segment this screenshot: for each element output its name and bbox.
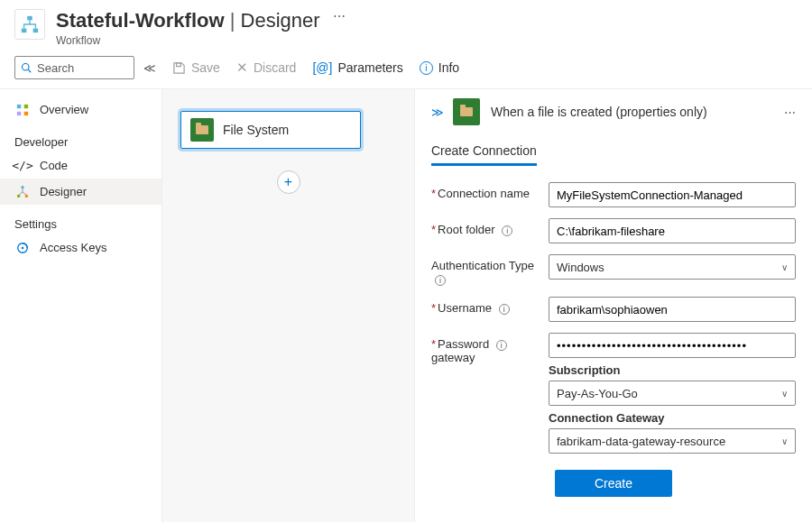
create-button[interactable]: Create [555, 470, 672, 497]
designer-canvas[interactable]: File System + [162, 89, 415, 522]
info-icon[interactable]: i [435, 275, 446, 286]
toolbar: Search ≪ Save ✕ Discard [@] Parameters i… [0, 52, 812, 89]
svg-rect-0 [27, 16, 32, 21]
parameters-button[interactable]: [@] Parameters [312, 60, 402, 75]
trigger-icon [453, 98, 480, 125]
trigger-title: When a file is created (properties only) [491, 105, 784, 119]
svg-line-4 [28, 69, 31, 72]
sidebar-heading-settings: Settings [0, 205, 161, 234]
label-connection-name: *Connection name [431, 182, 549, 200]
subscription-select[interactable]: Pay-As-You-Go∨ [549, 381, 796, 406]
search-input[interactable]: Search [14, 56, 134, 79]
discard-button[interactable]: ✕ Discard [236, 60, 296, 76]
workflow-name: Stateful-Workflow [56, 9, 225, 32]
label-password: *Password igateway [431, 333, 549, 364]
code-icon: </> [14, 159, 31, 172]
sidebar-heading-developer: Developer [0, 123, 161, 152]
panel-more-button[interactable]: ⋯ [784, 106, 796, 119]
username-input[interactable] [549, 297, 796, 322]
svg-rect-9 [24, 111, 28, 115]
label-subscription: Subscription [549, 363, 796, 377]
file-system-icon [190, 118, 214, 142]
label-username: *Username i [431, 297, 549, 315]
tab-create-connection[interactable]: Create Connection [431, 138, 537, 166]
sidebar-item-designer[interactable]: Designer [0, 179, 161, 205]
collapse-panel-button[interactable]: ≫ [431, 106, 444, 119]
sidebar-item-code[interactable]: </> Code [0, 152, 161, 179]
header-more-button[interactable]: ⋯ [333, 9, 346, 23]
info-icon[interactable]: i [496, 340, 507, 351]
info-icon[interactable]: i [502, 225, 512, 236]
overview-icon [14, 104, 31, 116]
designer-icon [14, 186, 31, 198]
svg-rect-2 [33, 29, 38, 33]
svg-rect-5 [177, 62, 181, 66]
add-step-button[interactable]: + [277, 170, 300, 194]
save-button[interactable]: Save [172, 60, 220, 75]
svg-rect-7 [24, 104, 28, 107]
sidebar-item-access-keys[interactable]: Access Keys [0, 234, 161, 261]
workflow-icon [14, 9, 45, 40]
sidebar-item-overview[interactable]: Overview [0, 96, 161, 123]
connection-panel: ≫ When a file is created (properties onl… [415, 89, 812, 522]
svg-rect-6 [17, 104, 21, 107]
info-button[interactable]: i Info [420, 60, 459, 75]
auth-type-select[interactable]: Windows∨ [549, 254, 796, 280]
sidebar: Overview Developer </> Code Designer Set… [0, 89, 162, 522]
svg-rect-8 [17, 111, 21, 115]
resource-type: Workflow [56, 34, 320, 47]
info-icon[interactable]: i [499, 304, 510, 315]
root-folder-input[interactable] [549, 218, 796, 243]
page-header: Stateful-Workflow | Designer Workflow ⋯ [0, 0, 812, 52]
svg-point-10 [21, 186, 24, 189]
connection-name-input[interactable] [549, 182, 796, 207]
collapse-sidebar-button[interactable]: ≪ [143, 61, 156, 75]
file-system-node[interactable]: File System [180, 111, 361, 149]
password-input[interactable] [549, 333, 796, 358]
label-connection-gateway: Connection Gateway [549, 411, 796, 425]
page-section: Designer [241, 9, 320, 32]
access-keys-icon [14, 242, 31, 254]
label-root-folder: *Root folder i [431, 218, 549, 236]
connection-gateway-select[interactable]: fabrikam-data-gateway-resource∨ [549, 428, 796, 454]
main-area: Overview Developer </> Code Designer Set… [0, 89, 812, 522]
svg-point-3 [23, 64, 30, 71]
search-placeholder: Search [37, 61, 74, 75]
node-label: File System [223, 123, 289, 137]
page-title: Stateful-Workflow | Designer [56, 9, 320, 32]
svg-rect-1 [22, 29, 27, 33]
svg-point-14 [22, 246, 24, 249]
label-auth-type: Authentication Type i [431, 254, 549, 286]
